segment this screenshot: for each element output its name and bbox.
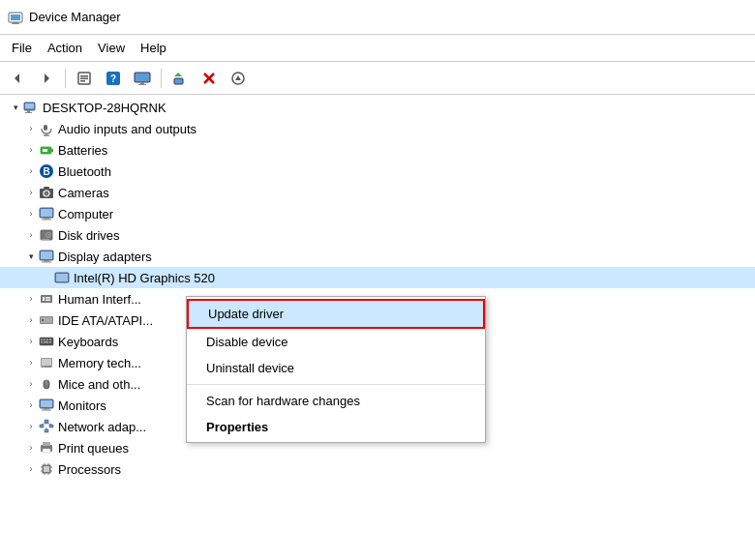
svg-rect-9 — [80, 80, 85, 82]
disk-expand[interactable]: › — [23, 224, 39, 246]
svg-line-81 — [46, 423, 51, 425]
svg-rect-57 — [42, 319, 44, 321]
monitors-expand[interactable]: › — [23, 395, 39, 416]
svg-rect-52 — [43, 297, 45, 301]
svg-rect-22 — [25, 103, 34, 108]
properties-button[interactable] — [71, 66, 98, 91]
processors-expand[interactable]: › — [23, 458, 39, 480]
network-label: Network adap... — [58, 420, 146, 434]
tree-item-bluetooth[interactable]: › B Bluetooth — [0, 161, 755, 182]
network-expand[interactable]: › — [23, 416, 39, 437]
svg-rect-87 — [44, 466, 49, 472]
bluetooth-expand[interactable]: › — [23, 161, 39, 182]
root-icon — [23, 100, 39, 115]
root-expand-arrow[interactable]: ▾ — [8, 97, 23, 118]
svg-rect-60 — [44, 339, 45, 341]
context-menu-uninstall-device[interactable]: Uninstall device — [187, 355, 485, 381]
print-label: Print queues — [58, 441, 129, 456]
svg-rect-84 — [43, 442, 50, 446]
tree-item-cameras[interactable]: › Cameras — [0, 182, 755, 203]
ide-label: IDE ATA/ATAPI... — [58, 313, 153, 328]
batteries-icon — [39, 142, 54, 158]
cameras-expand[interactable]: › — [23, 182, 39, 203]
window-title: Device Manager — [29, 10, 121, 24]
display-expand[interactable]: ▾ — [23, 246, 39, 267]
tree-item-computer[interactable]: › Computer — [0, 203, 755, 224]
svg-rect-85 — [43, 449, 50, 453]
svg-marker-68 — [45, 366, 50, 368]
batteries-label: Batteries — [58, 143, 107, 158]
tree-item-display[interactable]: ▾ Display adapters — [0, 246, 755, 267]
uninstall-button[interactable] — [196, 66, 223, 91]
mice-expand[interactable]: › — [23, 373, 39, 395]
tree-root[interactable]: ▾ DESKTOP-28HQRNK — [0, 97, 755, 118]
forward-button[interactable] — [33, 66, 60, 91]
tree-item-disk[interactable]: › Disk drives — [0, 224, 755, 246]
keyboards-icon — [39, 334, 54, 349]
scan-button[interactable] — [225, 66, 252, 91]
tree-item-intel-gpu[interactable]: Intel(R) HD Graphics 520 — [0, 267, 755, 288]
audio-label: Audio inputs and outputs — [58, 122, 196, 136]
batteries-expand[interactable]: › — [23, 139, 39, 161]
svg-rect-3 — [12, 23, 19, 24]
svg-rect-73 — [44, 408, 49, 410]
toolbar-sep-2 — [161, 69, 162, 88]
app-icon — [8, 10, 23, 25]
menu-action[interactable]: Action — [40, 38, 90, 58]
memory-expand[interactable]: › — [23, 352, 39, 373]
svg-point-43 — [47, 234, 49, 236]
svg-point-35 — [45, 192, 48, 195]
svg-text:B: B — [43, 166, 49, 177]
help-button[interactable]: ? — [100, 66, 127, 91]
disk-icon — [39, 227, 54, 243]
svg-rect-14 — [138, 84, 146, 85]
menu-bar: File Action View Help — [0, 35, 755, 62]
audio-expand[interactable]: › — [23, 118, 39, 139]
context-menu-update-driver[interactable]: Update driver — [187, 299, 485, 329]
toolbar: ? — [0, 62, 755, 95]
computer-icon — [39, 206, 54, 221]
tree-item-audio[interactable]: › Audio inputs and outputs — [0, 118, 755, 139]
update-driver-button[interactable] — [166, 66, 194, 91]
svg-rect-15 — [174, 78, 183, 84]
tree-item-batteries[interactable]: › Batteries — [0, 139, 755, 161]
svg-rect-24 — [25, 112, 32, 113]
uninstall-device-label: Uninstall device — [206, 361, 294, 375]
context-menu-disable-device[interactable]: Disable device — [187, 329, 485, 355]
tree-item-processors[interactable]: › Processors — [0, 458, 755, 480]
svg-rect-50 — [56, 274, 68, 281]
svg-rect-65 — [49, 341, 51, 343]
svg-rect-12 — [135, 73, 150, 82]
keyboards-label: Keyboards — [58, 335, 118, 349]
svg-rect-72 — [41, 400, 52, 407]
context-menu-properties[interactable]: Properties — [187, 414, 485, 440]
root-label: DESKTOP-28HQRNK — [43, 101, 166, 115]
ide-expand[interactable]: › — [23, 309, 39, 331]
svg-marker-16 — [174, 73, 182, 76]
monitors-label: Monitors — [58, 398, 106, 413]
svg-rect-54 — [45, 300, 50, 302]
svg-marker-4 — [15, 74, 19, 83]
cameras-icon — [39, 185, 54, 200]
menu-file[interactable]: File — [4, 38, 40, 58]
context-menu-scan[interactable]: Scan for hardware changes — [187, 388, 485, 414]
mice-label: Mice and oth... — [58, 377, 140, 392]
svg-rect-29 — [51, 149, 53, 152]
svg-rect-59 — [41, 339, 43, 341]
keyboards-expand[interactable]: › — [23, 331, 39, 352]
display-icon — [39, 249, 54, 264]
back-button[interactable] — [4, 66, 31, 91]
network-icon — [39, 419, 54, 434]
monitor-button[interactable] — [129, 66, 156, 91]
ide-icon — [39, 312, 54, 328]
menu-help[interactable]: Help — [133, 38, 174, 58]
menu-view[interactable]: View — [90, 38, 133, 58]
svg-rect-30 — [43, 149, 47, 152]
svg-rect-1 — [11, 15, 20, 20]
print-expand[interactable]: › — [23, 437, 39, 458]
svg-rect-64 — [44, 341, 48, 343]
svg-rect-78 — [45, 429, 48, 432]
svg-rect-47 — [44, 260, 49, 262]
human-expand[interactable]: › — [23, 288, 39, 309]
computer-expand[interactable]: › — [23, 203, 39, 224]
